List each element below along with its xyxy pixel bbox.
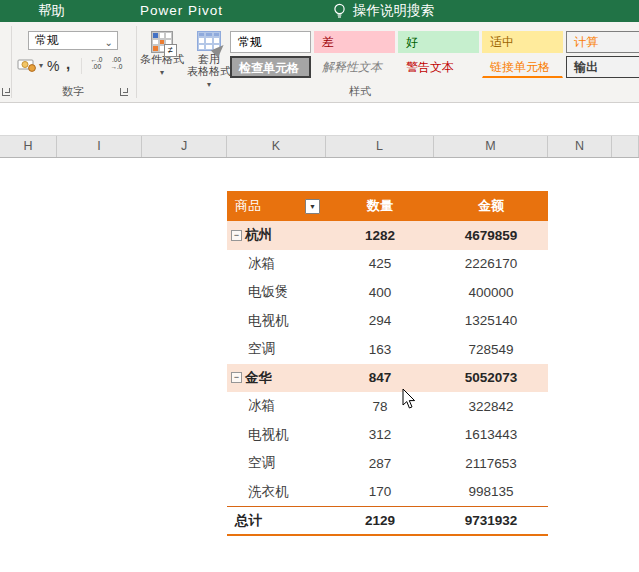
pivot-row-空调: 空调163728549 xyxy=(227,335,548,364)
qty-cell[interactable]: 163 xyxy=(326,342,434,357)
qty-cell[interactable]: 170 xyxy=(326,484,434,499)
row-label-cell[interactable]: −杭州 xyxy=(227,226,326,244)
column-header-I[interactable]: I xyxy=(57,136,142,157)
row-label: 空调 xyxy=(248,340,275,358)
number-format-dropdown[interactable]: 常规 ⌄ xyxy=(28,31,118,50)
cell-style-6[interactable]: 检查单元格 xyxy=(230,56,311,78)
row-label: 空调 xyxy=(248,454,275,472)
column-header-K[interactable]: K xyxy=(227,136,326,157)
amount-cell[interactable]: 998135 xyxy=(434,484,548,499)
increase-decimal-icon2: .00 xyxy=(87,63,106,70)
cell-style-9[interactable]: 链接单元格 xyxy=(482,56,563,78)
pivot-body: −杭州12824679859冰箱4252226170电饭煲400400000电视… xyxy=(227,221,548,506)
row-label: 电饭煲 xyxy=(248,283,289,301)
filter-dropdown-button[interactable]: ▼ xyxy=(305,199,320,214)
decrease-decimal-button[interactable]: .00 →.0 xyxy=(107,56,126,70)
amount-cell[interactable]: 322842 xyxy=(434,399,548,414)
cell-style-5[interactable]: 计算 xyxy=(566,31,639,53)
row-label: 冰箱 xyxy=(248,255,275,273)
qty-cell[interactable]: 294 xyxy=(326,313,434,328)
decrease-decimal-icon: .00 xyxy=(107,56,126,63)
collapse-button[interactable]: − xyxy=(231,372,242,383)
tab-help[interactable]: 帮助 xyxy=(38,0,65,22)
row-label: 洗衣机 xyxy=(248,483,289,501)
formula-bar-area xyxy=(0,103,639,135)
row-label: 金华 xyxy=(245,369,272,387)
cell-style-1[interactable]: 常规 xyxy=(230,31,311,53)
format-as-table-label-1: 套用 xyxy=(185,53,233,65)
amount-cell[interactable]: 2226170 xyxy=(434,256,548,271)
accounting-format-icon[interactable] xyxy=(17,57,37,72)
filter-arrow-icon: ▼ xyxy=(309,203,316,210)
row-label-cell[interactable]: 洗衣机 xyxy=(227,483,326,501)
pivot-header-product[interactable]: 商品 ▼ xyxy=(227,197,326,215)
prev-group-dialog-launcher[interactable] xyxy=(2,88,10,96)
qty-cell[interactable]: 312 xyxy=(326,427,434,442)
column-header-N[interactable]: N xyxy=(548,136,612,157)
column-header-H[interactable]: H xyxy=(0,136,57,157)
amount-cell[interactable]: 2117653 xyxy=(434,456,548,471)
row-label: 电视机 xyxy=(248,312,289,330)
total-label-cell[interactable]: 总计 xyxy=(227,512,326,530)
pivot-row-电饭煲: 电饭煲400400000 xyxy=(227,278,548,307)
pivot-row-冰箱: 冰箱78322842 xyxy=(227,392,548,421)
row-label-cell[interactable]: 冰箱 xyxy=(227,397,326,415)
qty-cell[interactable]: 287 xyxy=(326,456,434,471)
total-amount-cell[interactable]: 9731932 xyxy=(434,513,548,528)
amount-cell[interactable]: 400000 xyxy=(434,285,548,300)
column-header-J[interactable]: J xyxy=(142,136,227,157)
amount-cell[interactable]: 728549 xyxy=(434,342,548,357)
row-label: 杭州 xyxy=(245,226,272,244)
pivot-total-row[interactable]: 总计 2129 9731932 xyxy=(227,506,548,536)
ribbon: 常规 ⌄ ▾ % , ←.0 .00 .00 →.0 数字 ≠ 条件格式 ▾ 套… xyxy=(0,22,639,103)
cell-style-3[interactable]: 好 xyxy=(398,31,479,53)
column-header-M[interactable]: M xyxy=(434,136,548,157)
column-header-partial[interactable] xyxy=(612,136,639,157)
increase-decimal-button[interactable]: ←.0 .00 xyxy=(87,56,106,70)
pivot-header-amount[interactable]: 金额 xyxy=(434,197,548,215)
sheet-canvas[interactable]: 商品 ▼ 数量 金额 −杭州12824679859冰箱4252226170电饭煲… xyxy=(0,158,639,572)
qty-cell[interactable]: 847 xyxy=(326,370,434,385)
percent-style-button[interactable]: % xyxy=(47,58,59,74)
tell-me-search[interactable]: 操作说明搜索 xyxy=(333,0,434,22)
format-as-table-icon xyxy=(197,31,221,53)
row-label-cell[interactable]: 电视机 xyxy=(227,312,326,330)
qty-cell[interactable]: 425 xyxy=(326,256,434,271)
pivot-header-row: 商品 ▼ 数量 金额 xyxy=(227,191,548,221)
amount-cell[interactable]: 1325140 xyxy=(434,313,548,328)
cell-style-4[interactable]: 适中 xyxy=(482,31,563,53)
number-dialog-launcher[interactable] xyxy=(120,88,128,96)
row-label-cell[interactable]: 空调 xyxy=(227,454,326,472)
comma-style-button[interactable]: , xyxy=(66,55,70,72)
row-label-cell[interactable]: −金华 xyxy=(227,369,326,387)
amount-cell[interactable]: 1613443 xyxy=(434,427,548,442)
pivot-header-qty[interactable]: 数量 xyxy=(326,197,434,215)
chevron-down-icon: ⌄ xyxy=(105,34,113,51)
divider xyxy=(81,58,82,74)
conditional-formatting-icon: ≠ xyxy=(151,31,173,53)
collapse-button[interactable]: − xyxy=(231,230,242,241)
cell-style-8[interactable]: 警告文本 xyxy=(398,56,479,78)
row-label-cell[interactable]: 电视机 xyxy=(227,426,326,444)
title-tab-bar: 帮助 Power Pivot 操作说明搜索 xyxy=(0,0,639,22)
column-header-L[interactable]: L xyxy=(326,136,434,157)
tab-power-pivot[interactable]: Power Pivot xyxy=(140,0,223,22)
total-qty-cell[interactable]: 2129 xyxy=(326,513,434,528)
pivot-row-杭州: −杭州12824679859 xyxy=(227,221,548,250)
row-label-cell[interactable]: 电饭煲 xyxy=(227,283,326,301)
row-label-cell[interactable]: 空调 xyxy=(227,340,326,358)
number-format-value: 常规 xyxy=(35,33,59,47)
amount-cell[interactable]: 4679859 xyxy=(434,228,548,243)
group-divider xyxy=(136,26,137,98)
qty-cell[interactable]: 1282 xyxy=(326,228,434,243)
cell-style-2[interactable]: 差 xyxy=(314,31,395,53)
amount-cell[interactable]: 5052073 xyxy=(434,370,548,385)
cell-style-10[interactable]: 输出 xyxy=(566,56,639,78)
qty-cell[interactable]: 400 xyxy=(326,285,434,300)
lightbulb-icon xyxy=(333,3,346,19)
accounting-dropdown-icon[interactable]: ▾ xyxy=(39,61,43,70)
row-label: 电视机 xyxy=(248,426,289,444)
row-label-cell[interactable]: 冰箱 xyxy=(227,255,326,273)
pivot-row-电视机: 电视机3121613443 xyxy=(227,421,548,450)
cell-style-7[interactable]: 解释性文本 xyxy=(314,56,395,78)
